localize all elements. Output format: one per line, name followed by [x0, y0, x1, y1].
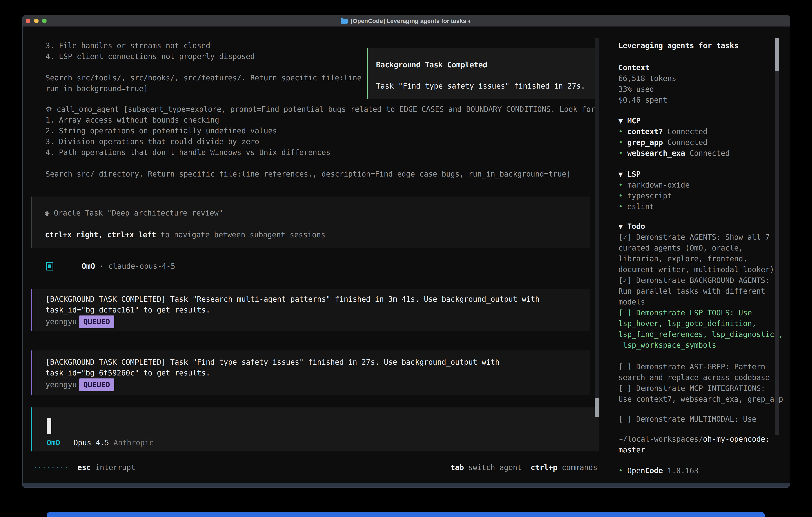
- zoom-button[interactable]: [42, 19, 47, 23]
- scrollback-line: 3. Division operations that could divide…: [46, 136, 259, 147]
- model-indicator: OmO Opus 4.5 Anthropic: [47, 437, 154, 448]
- lsp-section-header[interactable]: ▼ LSP: [618, 169, 641, 180]
- todo-item-active: lsp_find_references, lsp_diagnostics,: [618, 329, 783, 340]
- esc-key-label: interrupt: [91, 463, 136, 472]
- text-segment: 4. Path operations that don't handle Win…: [46, 148, 330, 157]
- window-footer: [23, 483, 790, 487]
- todo-item-pending: [ ] Demonstrate MULTIMODAL: Use: [618, 414, 756, 425]
- todo-item-active: lsp_hover, lsp_goto_definition,: [618, 318, 756, 329]
- text-segment: 1. Array access without bounds checking: [46, 116, 219, 124]
- task-message-line: [BACKGROUND TASK COMPLETED] Task "Find t…: [46, 357, 499, 368]
- chevron-down-icon: ▼: [618, 170, 628, 179]
- notification-title: Background Task Completed: [376, 60, 487, 71]
- status-bar-right: tab switch agent ctrl+p commands: [451, 462, 598, 473]
- bullet-icon: •: [618, 149, 628, 158]
- todo-item-pending: [ ] Demonstrate AST-GREP: Pattern: [618, 361, 765, 372]
- subagent-nav-hint: ctrl+x right, ctrl+x left to navigate be…: [45, 229, 325, 240]
- todo-item-done: models: [618, 297, 645, 307]
- active-provider: Anthropic: [114, 438, 153, 447]
- mcp-item: • context7 Connected: [618, 126, 707, 137]
- lsp-item: • eslint: [618, 201, 654, 212]
- text-segment: lsp_find_references, lsp_diagnostics,: [618, 330, 783, 339]
- text-segment: master: [618, 446, 645, 454]
- sidebar-scrollbar[interactable]: [775, 38, 779, 435]
- active-model: Opus 4.5: [74, 438, 109, 447]
- chevron-down-icon: ▼: [618, 116, 628, 125]
- bullet-icon: •: [618, 127, 628, 136]
- prompt-input[interactable]: OmO Opus 4.5 Anthropic: [31, 407, 599, 452]
- text-segment: call_omo_agent [subagent_type=explore, p…: [52, 105, 595, 113]
- opencode-window: [OpenCode] Leveraging agents for tasks ◐…: [22, 15, 790, 488]
- chat-scrollbar[interactable]: [594, 38, 600, 417]
- todo-item-done: [✓] Demonstrate BACKGROUND AGENTS:: [618, 275, 770, 286]
- background-window-edge[interactable]: [47, 512, 765, 517]
- text-segment: MCP: [628, 116, 641, 125]
- text-segment: markdown-oxide: [628, 181, 690, 189]
- text-segment: lsp_workspace_symbols: [618, 341, 716, 350]
- text-segment: Context: [618, 63, 649, 72]
- todo-item-done: librarian, explore, frontend,: [618, 253, 748, 264]
- text-segment: [ ] Demonstrate LSP TOOLS: Use: [618, 308, 752, 317]
- text-segment: Search src/ directory. Return specific f…: [46, 170, 571, 178]
- title-bar[interactable]: [OpenCode] Leveraging agents for tasks ◐: [23, 16, 790, 27]
- workspace-branch: master: [618, 445, 645, 456]
- task-author: yeongyu: [46, 318, 77, 326]
- todo-item-active: lsp_workspace_symbols: [618, 340, 716, 351]
- todo-item-done: Run parallel tasks with different: [618, 286, 765, 297]
- context-header: Context: [618, 62, 649, 73]
- text-segment: websearch_exa: [628, 149, 685, 158]
- minimize-button[interactable]: [34, 19, 38, 23]
- todo-item-done: [✓] Demonstrate AGENTS: Show all 7: [618, 232, 770, 243]
- window-title: [OpenCode] Leveraging agents for tasks ◐: [341, 18, 471, 24]
- todo-item-active: [ ] Demonstrate LSP TOOLS: Use: [618, 307, 752, 318]
- app-version: • OpenCode 1.0.163: [618, 465, 698, 476]
- task-message-line: task_id="bg_dcfac161" to get results.: [46, 305, 210, 316]
- tool-call-line: ⚙ call_omo_agent [subagent_type=explore,…: [46, 104, 595, 115]
- text-segment: 1.0.163: [663, 466, 698, 475]
- status-badge: QUEUED: [79, 378, 114, 391]
- folder-icon: [341, 18, 348, 24]
- bullet-icon: •: [618, 466, 628, 475]
- oracle-task-box[interactable]: ◉ Oracle Task "Deep architecture review"…: [31, 196, 590, 248]
- text-segment: Use context7, websearch_exa, grep_app: [618, 395, 783, 404]
- text-segment: eslint: [628, 202, 654, 211]
- todo-section-header[interactable]: ▼ Todo: [618, 221, 645, 232]
- chat-scrollbar-thumb[interactable]: [594, 398, 600, 417]
- scrollback-line: 3. File handles or streams not closed: [46, 40, 210, 51]
- text-segment: [ ] Demonstrate AST-GREP: Pattern: [618, 362, 765, 371]
- agent-model: claude-opus-4-5: [109, 262, 175, 271]
- text-segment: [✓] Demonstrate AGENTS: Show all 7: [618, 233, 770, 242]
- mcp-section-header[interactable]: ▼ MCP: [618, 115, 641, 126]
- task-message-line: task_id="bg_6f59260c" to get results.: [46, 368, 210, 378]
- task-message: [BACKGROUND TASK COMPLETED] Task "Resear…: [31, 289, 590, 331]
- text-segment: 3. File handles or streams not closed: [46, 42, 210, 50]
- sidebar-scrollbar-thumb[interactable]: [775, 38, 779, 71]
- close-button[interactable]: [26, 19, 30, 23]
- scrollback-line: Search src/ directory. Return specific f…: [46, 169, 571, 180]
- bullet-icon: •: [618, 192, 628, 200]
- agent-icon: [46, 262, 53, 271]
- window-title-text: [OpenCode] Leveraging agents for tasks ◐: [351, 18, 471, 24]
- text-segment: Code: [645, 466, 663, 475]
- todo-item-done: document-writer, multimodal-looker): [618, 264, 774, 275]
- bullet-icon: •: [618, 138, 628, 147]
- task-message: [BACKGROUND TASK COMPLETED] Task "Find t…: [31, 351, 590, 395]
- text-segment: lsp_hover, lsp_goto_definition,: [618, 319, 756, 328]
- agent-name: OmO: [82, 262, 95, 271]
- tab-key-label: switch agent: [464, 463, 522, 472]
- text-segment: context7: [628, 127, 663, 136]
- tab-key-hint: tab: [451, 463, 464, 472]
- todo-item-pending: [ ] Demonstrate MCP INTEGRATIONS:: [618, 383, 765, 394]
- todo-item-pending: search and replace across codebase: [618, 372, 770, 383]
- text-segment: Leveraging agents for tasks: [618, 42, 738, 50]
- context-used: 33% used: [618, 84, 654, 95]
- todo-item-done: curated agents (OmO, oracle,: [618, 243, 743, 253]
- mcp-item: • grep_app Connected: [618, 137, 707, 148]
- text-segment: [ ] Demonstrate MCP INTEGRATIONS:: [618, 384, 765, 393]
- text-segment: 2. String operations on potentially unde…: [46, 127, 277, 135]
- scrollback-line: 1. Array access without bounds checking: [46, 115, 219, 126]
- text-segment: search and replace across codebase: [618, 373, 770, 382]
- spinner-dots-icon: ········: [33, 463, 68, 472]
- background-task-notification: Background Task Completed Task "Find typ…: [367, 48, 596, 99]
- oracle-task-header: ◉ Oracle Task "Deep architecture review": [45, 208, 223, 219]
